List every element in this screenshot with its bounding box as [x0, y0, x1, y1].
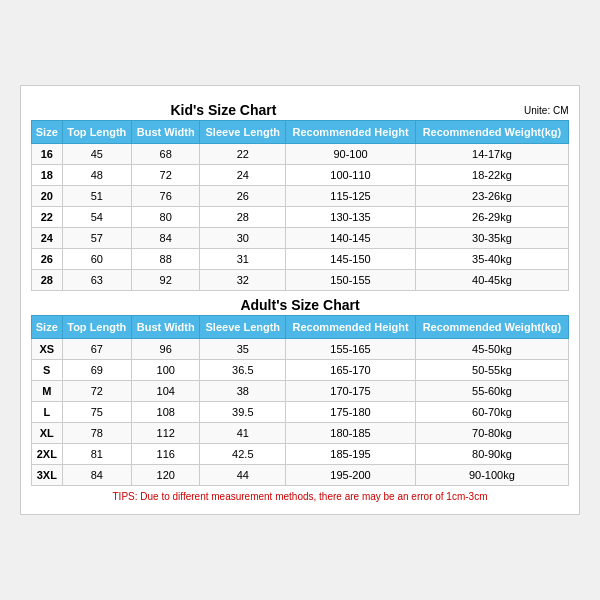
- size-chart-table: Kid's Size Chart Unite: CM Size Top Leng…: [31, 96, 569, 504]
- table-row: 18487224100-11018-22kg: [32, 165, 569, 186]
- table-cell: 170-175: [286, 381, 416, 402]
- table-cell: 57: [62, 228, 132, 249]
- table-cell: 45-50kg: [415, 339, 568, 360]
- table-cell: 84: [132, 228, 200, 249]
- table-cell: 35: [200, 339, 286, 360]
- table-cell: 108: [132, 402, 200, 423]
- table-cell: 80-90kg: [415, 444, 568, 465]
- table-cell: 100-110: [286, 165, 416, 186]
- table-cell: 72: [132, 165, 200, 186]
- table-cell: 165-170: [286, 360, 416, 381]
- table-cell: S: [32, 360, 63, 381]
- table-cell: 63: [62, 270, 132, 291]
- kids-title: Kid's Size Chart: [32, 96, 416, 121]
- table-cell: 155-165: [286, 339, 416, 360]
- table-cell: M: [32, 381, 63, 402]
- table-cell: 20: [32, 186, 63, 207]
- table-cell: 28: [32, 270, 63, 291]
- table-cell: 78: [62, 423, 132, 444]
- table-cell: 24: [200, 165, 286, 186]
- table-cell: 31: [200, 249, 286, 270]
- table-cell: 51: [62, 186, 132, 207]
- table-cell: 38: [200, 381, 286, 402]
- tips-row: TIPS: Due to different measurement metho…: [32, 486, 569, 505]
- table-cell: 88: [132, 249, 200, 270]
- table-cell: 92: [132, 270, 200, 291]
- kids-col-sleeve-length: Sleeve Length: [200, 121, 286, 144]
- table-row: XS679635155-16545-50kg: [32, 339, 569, 360]
- adults-title: Adult's Size Chart: [32, 291, 569, 316]
- table-cell: 26: [32, 249, 63, 270]
- adults-table-body: XS679635155-16545-50kgS6910036.5165-1705…: [32, 339, 569, 486]
- table-cell: 54: [62, 207, 132, 228]
- table-cell: 96: [132, 339, 200, 360]
- table-cell: 80: [132, 207, 200, 228]
- kids-col-bust-width: Bust Width: [132, 121, 200, 144]
- table-cell: L: [32, 402, 63, 423]
- kids-table-body: 1645682290-10014-17kg18487224100-11018-2…: [32, 144, 569, 291]
- table-cell: 90-100kg: [415, 465, 568, 486]
- table-cell: 24: [32, 228, 63, 249]
- table-cell: 76: [132, 186, 200, 207]
- kids-col-rec-weight: Recommended Weight(kg): [415, 121, 568, 144]
- kids-title-row: Kid's Size Chart Unite: CM: [32, 96, 569, 121]
- table-cell: 26-29kg: [415, 207, 568, 228]
- table-cell: 41: [200, 423, 286, 444]
- table-cell: 140-145: [286, 228, 416, 249]
- table-row: 28639232150-15540-45kg: [32, 270, 569, 291]
- table-cell: 72: [62, 381, 132, 402]
- table-row: 3XL8412044195-20090-100kg: [32, 465, 569, 486]
- table-cell: 2XL: [32, 444, 63, 465]
- table-cell: 39.5: [200, 402, 286, 423]
- table-cell: XS: [32, 339, 63, 360]
- table-cell: 44: [200, 465, 286, 486]
- table-cell: 32: [200, 270, 286, 291]
- table-cell: 28: [200, 207, 286, 228]
- table-cell: 40-45kg: [415, 270, 568, 291]
- table-cell: 70-80kg: [415, 423, 568, 444]
- table-cell: 81: [62, 444, 132, 465]
- table-cell: XL: [32, 423, 63, 444]
- table-cell: 14-17kg: [415, 144, 568, 165]
- table-cell: 116: [132, 444, 200, 465]
- table-cell: 22: [32, 207, 63, 228]
- table-row: 20517626115-12523-26kg: [32, 186, 569, 207]
- table-cell: 150-155: [286, 270, 416, 291]
- table-cell: 90-100: [286, 144, 416, 165]
- adults-col-rec-height: Recommended Height: [286, 316, 416, 339]
- adults-col-sleeve-length: Sleeve Length: [200, 316, 286, 339]
- table-cell: 18-22kg: [415, 165, 568, 186]
- table-cell: 55-60kg: [415, 381, 568, 402]
- table-cell: 175-180: [286, 402, 416, 423]
- table-cell: 104: [132, 381, 200, 402]
- table-cell: 195-200: [286, 465, 416, 486]
- kids-col-top-length: Top Length: [62, 121, 132, 144]
- table-cell: 30: [200, 228, 286, 249]
- table-row: S6910036.5165-17050-55kg: [32, 360, 569, 381]
- table-row: XL7811241180-18570-80kg: [32, 423, 569, 444]
- table-cell: 22: [200, 144, 286, 165]
- table-cell: 130-135: [286, 207, 416, 228]
- table-cell: 67: [62, 339, 132, 360]
- adults-header-row: Size Top Length Bust Width Sleeve Length…: [32, 316, 569, 339]
- table-cell: 35-40kg: [415, 249, 568, 270]
- adults-col-size: Size: [32, 316, 63, 339]
- table-cell: 48: [62, 165, 132, 186]
- kids-col-size: Size: [32, 121, 63, 144]
- table-cell: 100: [132, 360, 200, 381]
- adults-col-rec-weight: Recommended Weight(kg): [415, 316, 568, 339]
- table-cell: 18: [32, 165, 63, 186]
- adults-col-top-length: Top Length: [62, 316, 132, 339]
- table-cell: 120: [132, 465, 200, 486]
- table-row: L7510839.5175-18060-70kg: [32, 402, 569, 423]
- table-cell: 145-150: [286, 249, 416, 270]
- table-cell: 30-35kg: [415, 228, 568, 249]
- table-cell: 185-195: [286, 444, 416, 465]
- table-row: 26608831145-15035-40kg: [32, 249, 569, 270]
- table-cell: 42.5: [200, 444, 286, 465]
- kids-col-rec-height: Recommended Height: [286, 121, 416, 144]
- table-row: 2XL8111642.5185-19580-90kg: [32, 444, 569, 465]
- table-cell: 16: [32, 144, 63, 165]
- unit-label: Unite: CM: [415, 96, 568, 121]
- table-cell: 50-55kg: [415, 360, 568, 381]
